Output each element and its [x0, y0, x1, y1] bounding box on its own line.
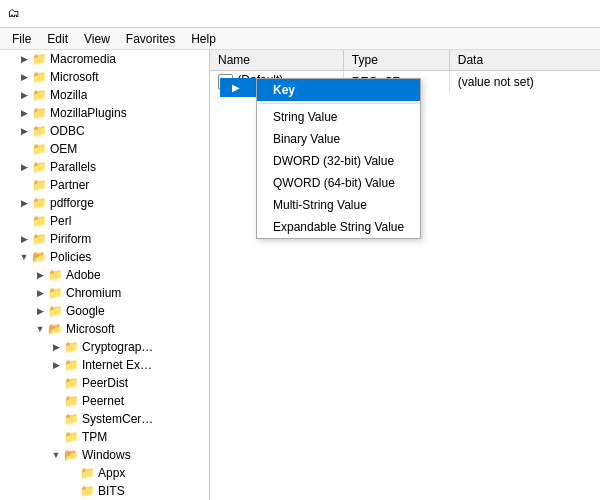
tree-label-cryptography: Cryptograp…	[82, 340, 153, 354]
tree-label-oem: OEM	[50, 142, 77, 156]
tree-expand-mozillaplugins[interactable]: ▶	[16, 108, 32, 118]
tree-item-peernet[interactable]: 📁Peernet	[0, 392, 209, 410]
tree-item-tpm[interactable]: 📁TPM	[0, 428, 209, 446]
folder-icon-tpm: 📁	[64, 430, 80, 444]
folder-icon-bits: 📁	[80, 484, 96, 498]
tree-label-google: Google	[66, 304, 105, 318]
col-data[interactable]: Data	[449, 50, 600, 71]
folder-icon-pdfforge: 📁	[32, 196, 48, 210]
tree-label-adobe: Adobe	[66, 268, 101, 282]
submenu-item-binary[interactable]: Binary Value	[257, 128, 420, 150]
tree-label-partner: Partner	[50, 178, 89, 192]
app-icon: 🗂	[8, 6, 24, 22]
submenu-divider	[257, 103, 420, 104]
tree-expand-internetexplorer[interactable]: ▶	[48, 360, 64, 370]
folder-icon-windows: 📂	[64, 448, 80, 462]
tree-expand-policies[interactable]: ▼	[16, 252, 32, 262]
folder-icon-adobe: 📁	[48, 268, 64, 282]
tree-item-peerdist[interactable]: 📁PeerDist	[0, 374, 209, 392]
menu-item-favorites[interactable]: Favorites	[118, 30, 183, 48]
tree-expand-mozilla[interactable]: ▶	[16, 90, 32, 100]
tree-expand-windows[interactable]: ▼	[48, 450, 64, 460]
tree-item-policies[interactable]: ▼📂Policies	[0, 248, 209, 266]
tree-item-partner[interactable]: 📁Partner	[0, 176, 209, 194]
tree-item-mozillaplugins[interactable]: ▶📁MozillaPlugins	[0, 104, 209, 122]
tree-expand-macromedia[interactable]: ▶	[16, 54, 32, 64]
folder-icon-oem: 📁	[32, 142, 48, 156]
right-panel: Name Type Data ab(Default)REG_SZ(value n…	[210, 50, 600, 500]
tree-label-bits: BITS	[98, 484, 125, 498]
menu-item-help[interactable]: Help	[183, 30, 224, 48]
tree-item-systemcertificates[interactable]: 📁SystemCer…	[0, 410, 209, 428]
tree-item-appx[interactable]: 📁Appx	[0, 464, 209, 482]
tree-item-microsoft2[interactable]: ▼📂Microsoft	[0, 320, 209, 338]
folder-icon-microsoft2: 📂	[48, 322, 64, 336]
tree-label-internetexplorer: Internet Ex…	[82, 358, 152, 372]
tree-item-parallels[interactable]: ▶📁Parallels	[0, 158, 209, 176]
tree-expand-cryptography[interactable]: ▶	[48, 342, 64, 352]
submenu-item-qword[interactable]: QWORD (64-bit) Value	[257, 172, 420, 194]
tree-item-piriform[interactable]: ▶📁Piriform	[0, 230, 209, 248]
main-layout: ▶📁Macromedia▶📁Microsoft▶📁Mozilla▶📁Mozill…	[0, 50, 600, 500]
tree-item-adobe[interactable]: ▶📁Adobe	[0, 266, 209, 284]
tree-item-pdfforge[interactable]: ▶📁pdfforge	[0, 194, 209, 212]
tree-label-appx: Appx	[98, 466, 125, 480]
tree-expand-pdfforge[interactable]: ▶	[16, 198, 32, 208]
tree-label-macromedia: Macromedia	[50, 52, 116, 66]
tree-expand-microsoft2[interactable]: ▼	[32, 324, 48, 334]
menu-item-view[interactable]: View	[76, 30, 118, 48]
tree-label-mozilla: Mozilla	[50, 88, 87, 102]
tree-expand-odbc[interactable]: ▶	[16, 126, 32, 136]
folder-icon-peerdist: 📁	[64, 376, 80, 390]
submenu-item-expandable[interactable]: Expandable String Value	[257, 216, 420, 238]
tree-label-perl: Perl	[50, 214, 71, 228]
tree-item-mozilla[interactable]: ▶📁Mozilla	[0, 86, 209, 104]
menu-item-edit[interactable]: Edit	[39, 30, 76, 48]
submenu: KeyString ValueBinary ValueDWORD (32-bit…	[256, 78, 421, 239]
tree-expand-piriform[interactable]: ▶	[16, 234, 32, 244]
folder-icon-mozilla: 📁	[32, 88, 48, 102]
tree-item-oem[interactable]: 📁OEM	[0, 140, 209, 158]
tree-label-parallels: Parallels	[50, 160, 96, 174]
tree-label-mozillaplugins: MozillaPlugins	[50, 106, 127, 120]
tree-label-systemcertificates: SystemCer…	[82, 412, 153, 426]
folder-icon-peernet: 📁	[64, 394, 80, 408]
folder-icon-partner: 📁	[32, 178, 48, 192]
tree-item-microsoft1[interactable]: ▶📁Microsoft	[0, 68, 209, 86]
tree-expand-google[interactable]: ▶	[32, 306, 48, 316]
tree-expand-adobe[interactable]: ▶	[32, 270, 48, 280]
title-bar: 🗂	[0, 0, 600, 28]
tree-label-windows: Windows	[82, 448, 131, 462]
reg-data: (value not set)	[449, 71, 600, 93]
tree-label-microsoft1: Microsoft	[50, 70, 99, 84]
tree-item-cryptography[interactable]: ▶📁Cryptograp…	[0, 338, 209, 356]
tree-expand-parallels[interactable]: ▶	[16, 162, 32, 172]
tree-expand-microsoft1[interactable]: ▶	[16, 72, 32, 82]
tree-label-piriform: Piriform	[50, 232, 91, 246]
folder-icon-systemcertificates: 📁	[64, 412, 80, 426]
col-type[interactable]: Type	[343, 50, 449, 71]
tree-label-odbc: ODBC	[50, 124, 85, 138]
submenu-item-key[interactable]: Key	[257, 79, 420, 101]
tree-item-chromium[interactable]: ▶📁Chromium	[0, 284, 209, 302]
folder-icon-odbc: 📁	[32, 124, 48, 138]
folder-icon-microsoft1: 📁	[32, 70, 48, 84]
tree-item-odbc[interactable]: ▶📁ODBC	[0, 122, 209, 140]
tree-item-macromedia[interactable]: ▶📁Macromedia	[0, 50, 209, 68]
tree-item-perl[interactable]: 📁Perl	[0, 212, 209, 230]
submenu-item-string[interactable]: String Value	[257, 106, 420, 128]
tree-label-pdfforge: pdfforge	[50, 196, 94, 210]
folder-icon-appx: 📁	[80, 466, 96, 480]
menu-item-file[interactable]: File	[4, 30, 39, 48]
submenu-item-dword[interactable]: DWORD (32-bit) Value	[257, 150, 420, 172]
submenu-arrow: ▶	[232, 82, 240, 93]
tree-expand-chromium[interactable]: ▶	[32, 288, 48, 298]
tree-item-google[interactable]: ▶📁Google	[0, 302, 209, 320]
tree-item-bits[interactable]: 📁BITS	[0, 482, 209, 500]
col-name[interactable]: Name	[210, 50, 343, 71]
tree-item-windows[interactable]: ▼📂Windows	[0, 446, 209, 464]
submenu-item-multistring[interactable]: Multi-String Value	[257, 194, 420, 216]
context-menu-new[interactable]: ▶	[220, 78, 256, 97]
folder-icon-chromium: 📁	[48, 286, 64, 300]
tree-item-internetexplorer[interactable]: ▶📁Internet Ex…	[0, 356, 209, 374]
